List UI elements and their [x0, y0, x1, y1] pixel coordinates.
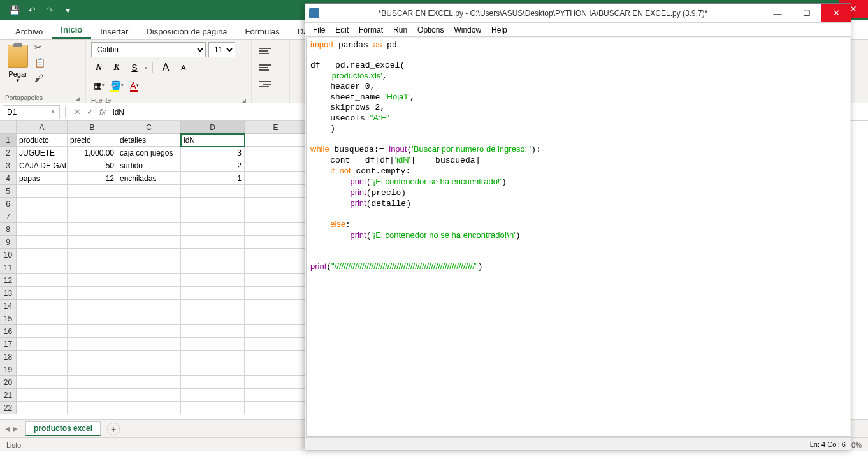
- cell[interactable]: detalles: [117, 134, 181, 147]
- cell[interactable]: [117, 249, 181, 261]
- cell[interactable]: [181, 223, 245, 236]
- idle-menu-format[interactable]: Format: [354, 26, 388, 34]
- cell[interactable]: [17, 210, 68, 223]
- cell[interactable]: [17, 223, 68, 236]
- cell[interactable]: [181, 185, 245, 198]
- cell[interactable]: [68, 376, 117, 389]
- cell[interactable]: precio: [68, 134, 117, 147]
- cell[interactable]: [68, 249, 117, 261]
- cell[interactable]: [68, 236, 117, 249]
- align-top-button[interactable]: [257, 45, 273, 57]
- cell[interactable]: [181, 338, 245, 351]
- cell[interactable]: [181, 363, 245, 376]
- cell[interactable]: [117, 236, 181, 249]
- row-header[interactable]: 21: [0, 389, 17, 402]
- cell[interactable]: [68, 287, 117, 300]
- save-icon[interactable]: 💾: [5, 1, 23, 19]
- cell[interactable]: JUGUETE: [17, 147, 68, 159]
- format-painter-icon[interactable]: 🖌: [34, 73, 47, 85]
- cell[interactable]: [17, 287, 68, 300]
- ribbon-tab-inicio[interactable]: Inicio: [52, 22, 91, 39]
- cell[interactable]: [17, 236, 68, 249]
- cell[interactable]: [245, 261, 307, 274]
- cell[interactable]: caja con juegos: [117, 147, 181, 159]
- cell[interactable]: [181, 210, 245, 223]
- cell[interactable]: [117, 351, 181, 363]
- customize-qat-icon[interactable]: ▾: [59, 1, 76, 19]
- cell[interactable]: [245, 312, 307, 325]
- ribbon-tab-archivo[interactable]: Archivo: [6, 24, 52, 39]
- fx-icon[interactable]: fx: [96, 107, 109, 117]
- cut-icon[interactable]: ✂: [34, 42, 47, 55]
- cell[interactable]: [245, 389, 307, 402]
- row-header[interactable]: 15: [0, 312, 17, 325]
- cell[interactable]: 2: [181, 159, 245, 172]
- cell[interactable]: [181, 274, 245, 287]
- idle-menu-file[interactable]: File: [308, 26, 330, 34]
- idle-menu-window[interactable]: Window: [449, 26, 486, 34]
- cell[interactable]: producto: [17, 134, 68, 147]
- cell[interactable]: [245, 376, 307, 389]
- cell[interactable]: [245, 236, 307, 249]
- cell[interactable]: [68, 274, 117, 287]
- ribbon-tab-fórmulas[interactable]: Fórmulas: [236, 24, 289, 39]
- cell[interactable]: [117, 198, 181, 210]
- row-header[interactable]: 2: [0, 147, 17, 159]
- col-header[interactable]: D: [181, 121, 245, 134]
- cell[interactable]: [117, 389, 181, 402]
- cell[interactable]: [68, 185, 117, 198]
- row-header[interactable]: 14: [0, 300, 17, 312]
- col-header[interactable]: E: [245, 121, 307, 134]
- cell[interactable]: [245, 147, 307, 159]
- cell[interactable]: [181, 287, 245, 300]
- cell[interactable]: [17, 261, 68, 274]
- cell[interactable]: [17, 325, 68, 338]
- row-header[interactable]: 13: [0, 287, 17, 300]
- cell[interactable]: [17, 351, 68, 363]
- cell[interactable]: [117, 261, 181, 274]
- cell[interactable]: [17, 300, 68, 312]
- cell[interactable]: [245, 210, 307, 223]
- cell[interactable]: 50: [68, 159, 117, 172]
- cell[interactable]: [68, 210, 117, 223]
- cell[interactable]: [68, 312, 117, 325]
- cell[interactable]: [117, 300, 181, 312]
- idle-menu-help[interactable]: Help: [486, 26, 512, 34]
- font-color-button[interactable]: A▾: [127, 78, 142, 93]
- col-header[interactable]: A: [17, 121, 68, 134]
- cell[interactable]: [68, 300, 117, 312]
- cell[interactable]: [68, 223, 117, 236]
- cell[interactable]: [181, 261, 245, 274]
- grow-font-button[interactable]: A: [158, 60, 173, 75]
- idle-menu-options[interactable]: Options: [412, 26, 449, 34]
- cell[interactable]: [17, 363, 68, 376]
- fill-color-button[interactable]: 🪣▾: [109, 78, 124, 93]
- cell[interactable]: [245, 249, 307, 261]
- row-header[interactable]: 6: [0, 198, 17, 210]
- idle-menu-run[interactable]: Run: [388, 26, 412, 34]
- paste-button[interactable]: Pegar ▼: [5, 42, 31, 86]
- cell[interactable]: [245, 274, 307, 287]
- cell[interactable]: [68, 402, 117, 414]
- cell[interactable]: [117, 210, 181, 223]
- cell[interactable]: [68, 389, 117, 402]
- cell[interactable]: 1,000.00: [68, 147, 117, 159]
- cell[interactable]: [68, 261, 117, 274]
- row-header[interactable]: 16: [0, 325, 17, 338]
- row-header[interactable]: 12: [0, 274, 17, 287]
- col-header[interactable]: C: [117, 121, 181, 134]
- decrease-indent-button[interactable]: [257, 78, 273, 91]
- row-header[interactable]: 19: [0, 363, 17, 376]
- cell[interactable]: [117, 185, 181, 198]
- cell[interactable]: [117, 223, 181, 236]
- cell[interactable]: [17, 198, 68, 210]
- cell[interactable]: surtido: [117, 159, 181, 172]
- col-header[interactable]: B: [68, 121, 117, 134]
- cell[interactable]: [181, 198, 245, 210]
- cell[interactable]: [181, 236, 245, 249]
- cell[interactable]: [245, 287, 307, 300]
- cell[interactable]: [245, 172, 307, 185]
- copy-icon[interactable]: 📋: [34, 57, 47, 70]
- cell[interactable]: [181, 312, 245, 325]
- zoom-level[interactable]: 0%: [851, 441, 862, 449]
